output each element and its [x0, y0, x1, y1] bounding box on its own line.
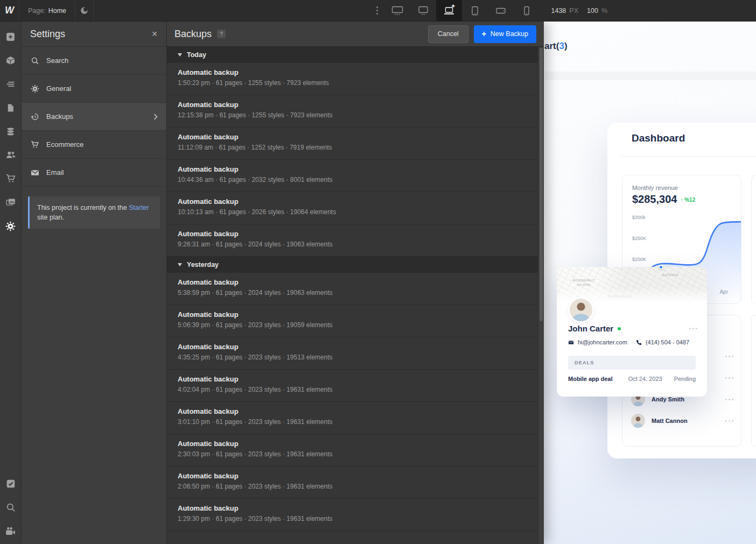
more-options-icon[interactable] [724, 377, 733, 379]
breakpoint-laptop[interactable]: ★ [436, 0, 462, 21]
section-header-today[interactable]: Today [167, 47, 538, 63]
backup-item[interactable]: Automatic backup 10:44:36 am · 61 pages … [167, 160, 538, 192]
map-label: ROOSEVELT ISLAND [572, 279, 596, 287]
deal-date: Oct 24, 2023 [628, 376, 662, 382]
cart-icon [30, 140, 39, 149]
more-options-icon[interactable] [370, 0, 384, 21]
backup-meta: 4:02:04 pm · 61 pages · 2023 styles · 19… [178, 386, 527, 393]
backup-title: Automatic backup [178, 230, 527, 238]
pages-icon[interactable] [0, 96, 22, 119]
backup-meta: 1:29:30 pm · 61 pages · 2023 styles · 19… [178, 515, 527, 522]
deal-name: Mobile app deal [568, 376, 628, 382]
backup-history-icon [30, 112, 39, 121]
cart-text-close: ) [564, 41, 568, 51]
divider [621, 156, 756, 157]
customer-row[interactable]: Matt Cannon [622, 410, 741, 432]
page-breadcrumb[interactable]: Page: Home [19, 0, 75, 21]
backup-item[interactable]: Automatic backup 12:15:38 pm · 61 pages … [167, 95, 538, 128]
scrollbar-thumb[interactable] [540, 48, 543, 321]
ecommerce-icon[interactable] [0, 167, 22, 190]
breakpoint-desktop[interactable] [410, 0, 436, 21]
scrollbar[interactable] [538, 47, 544, 544]
settings-item-general[interactable]: General [22, 75, 166, 103]
backup-title: Automatic backup [178, 504, 527, 512]
backup-meta: 11:12:09 am · 61 pages · 1252 styles · 7… [178, 144, 527, 151]
contact-avatar [568, 297, 594, 323]
cancel-button[interactable]: Cancel [428, 25, 468, 43]
close-icon[interactable]: ✕ [151, 30, 158, 38]
zoom-unit: % [601, 7, 607, 15]
search-icon [30, 56, 39, 65]
navigator-icon[interactable] [0, 72, 22, 96]
backup-item[interactable]: Automatic backup 5:38:59 pm · 61 pages ·… [167, 273, 538, 305]
webflow-designer: W Page: Home ★ [0, 0, 756, 544]
backup-item[interactable]: Automatic backup 10:10:13 am · 61 pages … [167, 192, 538, 224]
design-canvas[interactable]: art(3) Dashboard Monthly revenue $285,30… [544, 22, 756, 544]
backup-meta: 5:06:39 pm · 61 pages · 2023 styles · 19… [178, 321, 527, 329]
online-status-dot [618, 327, 621, 330]
backup-item[interactable]: Automatic backup 5:06:39 pm · 61 pages ·… [167, 305, 538, 337]
backup-item[interactable]: Automatic backup 1:29:30 pm · 61 pages ·… [167, 499, 538, 531]
preview-toggle-icon[interactable] [75, 0, 94, 21]
breakpoint-mobile-portrait[interactable] [514, 0, 540, 21]
users-icon[interactable] [0, 143, 22, 167]
audit-icon[interactable] [0, 472, 22, 496]
more-options-icon[interactable] [724, 420, 733, 422]
plan-link[interactable]: Starter [129, 204, 149, 211]
contact-email[interactable]: hi@johncarter.com [568, 339, 627, 345]
revenue-delta: ↑ %12 [680, 197, 695, 203]
backup-title: Automatic backup [178, 472, 527, 480]
chevron-right-icon [153, 114, 158, 120]
backup-meta: 9:26:31 am · 61 pages · 2024 styles · 19… [178, 241, 527, 248]
section-header-yesterday[interactable]: Yesterday [167, 257, 538, 273]
canvas-size-controls[interactable]: 1438 PX 100 % [540, 0, 616, 21]
backup-title: Automatic backup [178, 197, 527, 206]
section-label: Yesterday [187, 261, 219, 269]
backup-item[interactable]: Automatic backup 9:26:31 am · 61 pages ·… [167, 224, 538, 257]
topbar-right-spacer [616, 0, 756, 21]
backup-item[interactable]: Automatic backup 2:30:03 pm · 61 pages ·… [167, 434, 538, 467]
cart-link-clipped[interactable]: art(3) [544, 41, 568, 52]
cart-count: 3 [559, 41, 564, 51]
deal-row[interactable]: Mobile app deal Oct 24, 2023 Pending [568, 376, 696, 382]
settings-item-search[interactable]: Search [22, 47, 166, 75]
contact-phone[interactable]: (414) 504 - 0487 [636, 339, 689, 345]
y-axis-tick: $300k [632, 215, 646, 220]
more-options-icon[interactable] [688, 328, 697, 329]
cms-icon[interactable] [0, 119, 22, 143]
video-tutorials-icon[interactable] [0, 519, 22, 543]
settings-item-label: General [46, 84, 71, 93]
backup-title: Automatic backup [178, 101, 527, 109]
webflow-logo[interactable]: W [0, 0, 19, 21]
backups-list: Today Automatic backup 1:50:23 pm · 61 p… [167, 47, 544, 544]
settings-item-backups[interactable]: Backups [22, 103, 166, 131]
backup-meta: 3:01:10 pm · 61 pages · 2023 styles · 19… [178, 418, 527, 426]
zoom-value[interactable]: 100 [587, 7, 598, 15]
new-backup-button[interactable]: + New Backup [474, 25, 536, 43]
find-icon[interactable] [0, 496, 22, 519]
x-axis-tick: Apr [719, 289, 728, 295]
backup-item[interactable]: Automatic backup 4:02:04 pm · 61 pages ·… [167, 370, 538, 402]
more-options-icon[interactable] [724, 356, 733, 357]
settings-icon[interactable] [0, 214, 22, 238]
add-elements-icon[interactable] [0, 25, 22, 48]
more-options-icon[interactable] [724, 399, 733, 400]
canvas-width-value[interactable]: 1438 [551, 7, 566, 15]
breakpoint-desktop-large[interactable] [384, 0, 410, 21]
settings-item-email[interactable]: Email [22, 159, 166, 187]
avatar [631, 414, 645, 428]
help-icon[interactable]: ? [217, 30, 226, 38]
backup-meta: 2:30:03 pm · 61 pages · 2023 styles · 19… [178, 450, 527, 458]
backup-item[interactable]: Automatic backup 11:12:09 am · 61 pages … [167, 128, 538, 160]
breakpoint-mobile-landscape[interactable] [488, 0, 514, 21]
backup-item[interactable]: Automatic backup 3:01:10 pm · 61 pages ·… [167, 402, 538, 434]
assets-icon[interactable] [0, 190, 22, 214]
backup-item[interactable]: Automatic backup 1:50:23 pm · 61 pages ·… [167, 63, 538, 95]
backup-item[interactable]: Automatic backup 4:35:25 pm · 61 pages ·… [167, 337, 538, 370]
components-icon[interactable] [0, 48, 22, 72]
backup-item[interactable]: Automatic backup 2:06:50 pm · 61 pages ·… [167, 467, 538, 499]
new-backup-label: New Backup [491, 30, 528, 38]
settings-item-ecommerce[interactable]: Ecommerce [22, 131, 166, 159]
breakpoint-tablet[interactable] [462, 0, 488, 21]
backup-item-partial[interactable] [167, 531, 538, 544]
